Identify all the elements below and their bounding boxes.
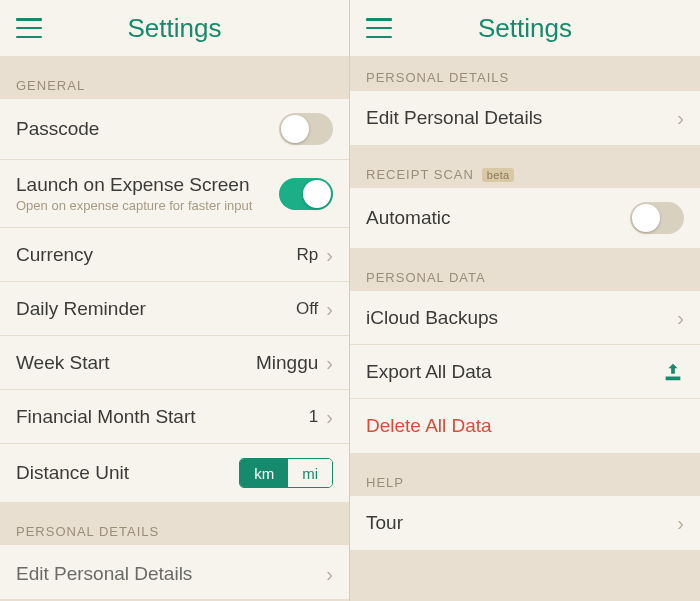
header: Settings	[350, 0, 700, 56]
section-header-general: GENERAL	[0, 56, 349, 99]
chevron-right-icon: ›	[677, 108, 684, 128]
toggle-automatic[interactable]	[630, 202, 684, 234]
label-tour: Tour	[366, 512, 677, 534]
section-header-help: HELP	[350, 453, 700, 496]
section-header-personal: PERSONAL DETAILS	[350, 56, 700, 91]
chevron-right-icon: ›	[326, 564, 333, 584]
row-launch[interactable]: Launch on Expense Screen Open on expense…	[0, 160, 349, 228]
label-edit-personal: Edit Personal Details	[366, 107, 677, 129]
row-edit-personal[interactable]: Edit Personal Details ›	[350, 91, 700, 145]
toggle-passcode[interactable]	[279, 113, 333, 145]
label-export: Export All Data	[366, 361, 662, 383]
label-delete: Delete All Data	[366, 415, 684, 437]
section-header-personal: PERSONAL DETAILS	[0, 502, 349, 545]
chevron-right-icon: ›	[326, 245, 333, 265]
row-icloud[interactable]: iCloud Backups ›	[350, 291, 700, 345]
section-header-receipt: RECEIPT SCAN beta	[350, 145, 700, 188]
label-launch: Launch on Expense Screen	[16, 174, 279, 196]
label-fms: Financial Month Start	[16, 406, 309, 428]
menu-icon[interactable]	[16, 18, 42, 38]
row-delete[interactable]: Delete All Data	[350, 399, 700, 453]
menu-icon[interactable]	[366, 18, 392, 38]
label-automatic: Automatic	[366, 207, 630, 229]
row-weekstart[interactable]: Week Start Minggu ›	[0, 336, 349, 390]
settings-pane-right: Settings PERSONAL DETAILS Edit Personal …	[350, 0, 700, 601]
row-passcode[interactable]: Passcode	[0, 99, 349, 160]
value-reminder: Off	[296, 299, 318, 319]
row-distance: Distance Unit km mi	[0, 444, 349, 502]
label-reminder: Daily Reminder	[16, 298, 296, 320]
label-currency: Currency	[16, 244, 297, 266]
row-reminder[interactable]: Daily Reminder Off ›	[0, 282, 349, 336]
value-fms: 1	[309, 407, 318, 427]
segment-mi[interactable]: mi	[288, 459, 332, 487]
row-export[interactable]: Export All Data	[350, 345, 700, 399]
beta-badge: beta	[482, 168, 515, 182]
export-icon	[662, 361, 684, 383]
label-weekstart: Week Start	[16, 352, 256, 374]
value-currency: Rp	[297, 245, 319, 265]
section-header-data: PERSONAL DATA	[350, 248, 700, 291]
segmented-distance[interactable]: km mi	[239, 458, 333, 488]
label-icloud: iCloud Backups	[366, 307, 677, 329]
section-header-receipt-label: RECEIPT SCAN	[366, 167, 474, 182]
chevron-right-icon: ›	[326, 353, 333, 373]
toggle-launch[interactable]	[279, 178, 333, 210]
label-distance: Distance Unit	[16, 462, 239, 484]
row-automatic[interactable]: Automatic	[350, 188, 700, 248]
chevron-right-icon: ›	[326, 407, 333, 427]
chevron-right-icon: ›	[677, 308, 684, 328]
row-edit-personal[interactable]: Edit Personal Details ›	[0, 545, 349, 599]
chevron-right-icon: ›	[677, 513, 684, 533]
label-edit-personal: Edit Personal Details	[16, 563, 326, 585]
value-weekstart: Minggu	[256, 352, 318, 374]
row-tour[interactable]: Tour ›	[350, 496, 700, 550]
page-title: Settings	[350, 13, 700, 44]
label-passcode: Passcode	[16, 118, 279, 140]
segment-km[interactable]: km	[240, 459, 288, 487]
header: Settings	[0, 0, 349, 56]
sublabel-launch: Open on expense capture for faster input	[16, 198, 279, 213]
settings-pane-left: Settings GENERAL Passcode Launch on Expe…	[0, 0, 350, 601]
chevron-right-icon: ›	[326, 299, 333, 319]
row-fms[interactable]: Financial Month Start 1 ›	[0, 390, 349, 444]
row-currency[interactable]: Currency Rp ›	[0, 228, 349, 282]
page-title: Settings	[0, 13, 349, 44]
